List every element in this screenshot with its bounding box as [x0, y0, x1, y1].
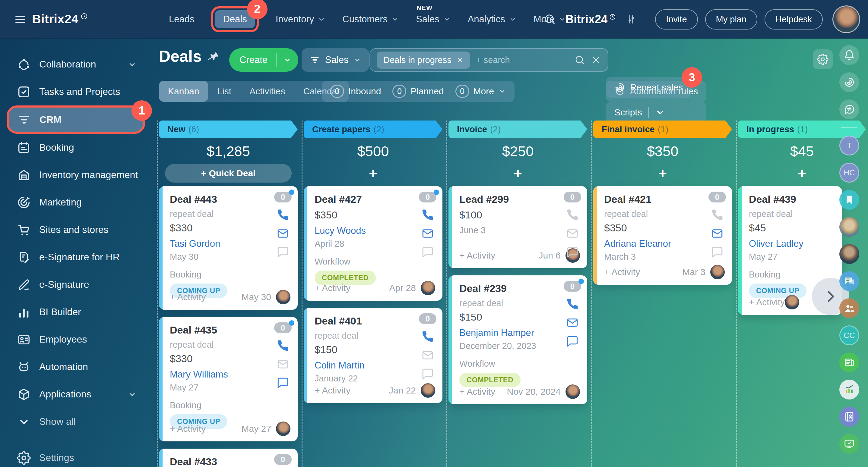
- chat-bubble-icon[interactable]: [421, 368, 434, 380]
- mail-icon[interactable]: [566, 316, 579, 329]
- group-chat[interactable]: [839, 271, 859, 291]
- sidebar-item-settings[interactable]: Settings: [0, 444, 152, 467]
- chat-bubble-icon[interactable]: [421, 246, 434, 259]
- mail-icon[interactable]: [711, 227, 723, 240]
- search-icon[interactable]: [544, 13, 556, 25]
- phone-icon[interactable]: [277, 339, 289, 352]
- comment-counter[interactable]: 0: [564, 192, 581, 202]
- chat-bubble-icon[interactable]: [277, 246, 289, 259]
- scripts-button[interactable]: Scripts: [606, 102, 706, 123]
- mail-icon[interactable]: [421, 227, 434, 240]
- add-activity-link[interactable]: + Activity: [315, 283, 350, 293]
- sidebar-item-automation[interactable]: Automation: [0, 353, 152, 380]
- stage-header-new[interactable]: New(6): [159, 121, 298, 138]
- filter-chip[interactable]: Deals in progress: [377, 52, 470, 69]
- deal-card-deal-443[interactable]: Deal #443repeat deal$330Tasi GordonMay 3…: [159, 186, 298, 310]
- sidebar-item-employees[interactable]: Employees: [0, 326, 152, 353]
- helpdesk-button[interactable]: Helpdesk: [765, 9, 823, 30]
- contact-book[interactable]: [839, 407, 859, 427]
- nav-leads[interactable]: Leads: [169, 14, 194, 25]
- clear-filter-icon[interactable]: [591, 55, 601, 65]
- tab-list[interactable]: List: [208, 81, 240, 102]
- news-feed[interactable]: [839, 353, 859, 372]
- card-contact-link[interactable]: Lucy Woods: [315, 225, 406, 236]
- report-thumbnail[interactable]: [839, 379, 859, 400]
- deal-card-deal-421[interactable]: Deal #421repeat deal$350Adriana EleanorM…: [593, 186, 732, 285]
- funnel-selector-button[interactable]: Sales: [302, 48, 369, 72]
- add-deal-button[interactable]: +: [448, 164, 587, 182]
- messenger[interactable]: [839, 99, 859, 119]
- chevron-down-icon[interactable]: [283, 56, 292, 64]
- stage-header-final-invoice[interactable]: Final invoice(1): [593, 121, 732, 138]
- sidebar-item-e-signature-for-hr[interactable]: e-Signature for HR: [0, 243, 152, 271]
- sidebar-item-tasks-and-projects[interactable]: Tasks and Projects: [0, 78, 152, 105]
- counter-planned[interactable]: 0Planned: [392, 85, 444, 98]
- copilot[interactable]: [839, 72, 859, 92]
- chat-bubble-icon[interactable]: [566, 335, 579, 348]
- stage-header-create-papers[interactable]: Create papers(2): [304, 121, 442, 138]
- board-settings-button[interactable]: [813, 49, 833, 69]
- mail-icon[interactable]: [421, 349, 434, 362]
- add-activity-link[interactable]: + Activity: [459, 251, 495, 261]
- close-icon[interactable]: [456, 56, 464, 64]
- phone-icon[interactable]: [421, 330, 434, 343]
- nav-analytics[interactable]: Analytics: [468, 14, 517, 25]
- my-plan-button[interactable]: My plan: [705, 9, 757, 30]
- quick-deal-button[interactable]: + Quick Deal: [165, 164, 292, 182]
- deal-card-lead-299[interactable]: Lead #299$100June 3+ ActivityJun 60: [448, 186, 587, 268]
- sidebar-item-applications[interactable]: Applications: [0, 380, 152, 408]
- card-contact-link[interactable]: Mary Williams: [170, 369, 261, 380]
- phone-icon[interactable]: [566, 298, 579, 310]
- display-check[interactable]: [839, 434, 859, 454]
- add-deal-button[interactable]: +: [304, 164, 442, 182]
- card-contact-link[interactable]: Oliver Ladley: [749, 238, 830, 249]
- sidebar-item-bi-builder[interactable]: BI Builder: [0, 298, 152, 326]
- add-activity-link[interactable]: + Activity: [604, 267, 640, 277]
- sidebar-item-inventory-management[interactable]: Inventory management: [0, 161, 152, 189]
- nav-sales[interactable]: NEWSales: [416, 14, 451, 25]
- filter-search-bar[interactable]: Deals in progress + search: [369, 48, 608, 72]
- deal-card-deal-401[interactable]: Deal #401repeat deal$150Colin MartinJanu…: [304, 308, 442, 403]
- chat-cc[interactable]: CC: [839, 325, 859, 345]
- create-button[interactable]: Create: [229, 48, 298, 72]
- deal-card-deal-239[interactable]: Deal #239repeat deal$150Benjamin HamperD…: [448, 275, 587, 404]
- nav-inventory[interactable]: Inventory: [276, 14, 326, 25]
- add-activity-link[interactable]: + Activity: [749, 297, 785, 307]
- card-contact-link[interactable]: Adriana Eleanor: [604, 238, 696, 249]
- sidebar-item-booking[interactable]: Booking: [0, 134, 152, 161]
- notifications[interactable]: [839, 45, 859, 65]
- phone-icon[interactable]: [566, 208, 579, 221]
- tab-activities[interactable]: Activities: [240, 81, 294, 102]
- card-contact-link[interactable]: Colin Martin: [315, 360, 406, 371]
- chat-avatar-2[interactable]: [839, 244, 859, 264]
- comment-counter[interactable]: 0: [419, 192, 436, 202]
- pin-icon[interactable]: [206, 49, 221, 63]
- counter-inbound[interactable]: 0Inbound: [330, 85, 381, 98]
- hamburger-menu-icon[interactable]: [13, 13, 27, 25]
- sidebar-item-sites-and-stores[interactable]: Sites and stores: [0, 216, 152, 243]
- stage-header-invoice[interactable]: Invoice(2): [448, 121, 587, 138]
- sidebar-item-show-all[interactable]: Show all: [0, 408, 152, 435]
- add-activity-link[interactable]: + Activity: [170, 424, 206, 434]
- deal-card-deal-433[interactable]: Deal #4330: [159, 448, 298, 467]
- mail-icon[interactable]: [277, 227, 289, 240]
- tab-kanban[interactable]: Kanban: [159, 81, 208, 102]
- sidebar-item-collaboration[interactable]: Collaboration: [0, 51, 152, 78]
- add-activity-link[interactable]: + Activity: [459, 387, 495, 397]
- add-activity-link[interactable]: + Activity: [170, 292, 206, 302]
- comment-counter[interactable]: 0: [274, 322, 292, 333]
- chat-bubble-icon[interactable]: [277, 377, 289, 389]
- mail-icon[interactable]: [566, 227, 579, 240]
- sidebar-item-crm[interactable]: CRM: [9, 107, 143, 132]
- comment-counter[interactable]: 0: [274, 454, 292, 465]
- chat-hc[interactable]: HC: [839, 163, 859, 182]
- comment-counter[interactable]: 0: [419, 313, 436, 324]
- search-icon[interactable]: [575, 55, 585, 65]
- deal-card-deal-435[interactable]: Deal #435repeat deal$330Mary WilliamsMay…: [159, 317, 298, 441]
- contacts-group[interactable]: [839, 298, 859, 318]
- add-deal-button[interactable]: +: [593, 164, 732, 182]
- card-contact-link[interactable]: Benjamin Hamper: [459, 328, 551, 338]
- comment-counter[interactable]: 0: [564, 281, 581, 292]
- phone-icon[interactable]: [277, 208, 289, 221]
- sidebar-item-marketing[interactable]: Marketing: [0, 189, 152, 216]
